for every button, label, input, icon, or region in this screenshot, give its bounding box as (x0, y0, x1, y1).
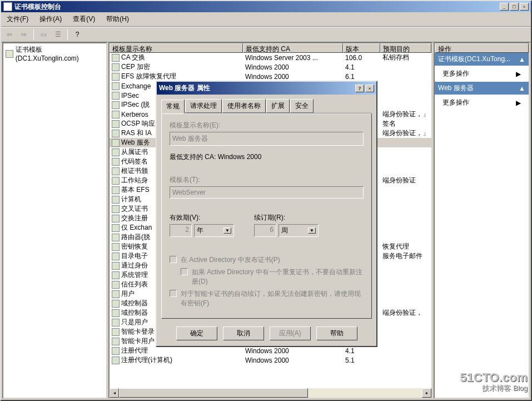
row-name: 交叉证书 (121, 204, 148, 214)
list-item[interactable]: CA 交换Windows Server 2003 ...106.0私钥存档 (110, 53, 431, 62)
horizontal-scrollbar[interactable]: ◂ ▸ (110, 388, 431, 398)
reenroll-checkbox (181, 268, 188, 275)
back-button[interactable]: ⇦ (3, 28, 16, 41)
properties-dialog: Web 服务器 属性 ? × 常规 请求处理 使用者名称 扩展 安全 模板显示名… (156, 81, 377, 347)
ok-button[interactable]: 确定 (176, 326, 217, 340)
template-icon (112, 338, 120, 345)
list-item[interactable]: 注册代理Windows 20004.1 (110, 346, 431, 355)
template-icon (112, 300, 120, 308)
col-version[interactable]: 版本 (343, 43, 380, 53)
validity-unit-combo: 年 ▼ (194, 224, 234, 237)
row-name: 系统管理 (121, 270, 148, 280)
dialog-buttons: 确定 取消 应用(A) 帮助 (157, 323, 376, 346)
template-icon (112, 215, 120, 222)
validity-label: 有效期(V): (170, 213, 234, 222)
actions-more-1[interactable]: 更多操作 ▶ (435, 66, 529, 82)
actions-section-label: 证书模板(DC1.XuTong... (438, 55, 510, 64)
watermark-top: 51CTO.com (460, 371, 528, 384)
row-name: 路由器(脱 (121, 232, 150, 242)
template-name-label: 模板名(T): (170, 175, 364, 185)
row-name: IPSec (121, 92, 139, 100)
dialog-tabs: 常规 请求处理 使用者名称 扩展 安全 (161, 99, 372, 113)
row-name: Exchange (121, 82, 151, 90)
row-ca: Windows 2000 (243, 63, 343, 71)
tab-extensions[interactable]: 扩展 (266, 99, 290, 113)
smartcard-label: 对于智能卡证书的自动续订，如果无法创建新密钥，请使用现有密钥(F) (181, 289, 364, 308)
list-item[interactable]: EFS 故障恢复代理Windows 20006.1 (110, 72, 431, 81)
col-display-name[interactable]: 模板显示名称 (110, 43, 243, 53)
template-icon (112, 111, 120, 118)
dialog-help-button[interactable]: ? (355, 85, 364, 92)
row-version: 4.1 (343, 63, 380, 71)
maximize-button[interactable]: □ (510, 3, 519, 11)
list-header: 模板显示名称 最低支持的 CA 版本 预期目的 (110, 43, 431, 53)
row-version: 5.1 (343, 357, 380, 364)
tab-subject[interactable]: 使用者名称 (222, 99, 266, 113)
list-item[interactable]: CEP 加密Windows 20004.1 (110, 62, 431, 72)
row-name: 基本 EFS (121, 185, 150, 195)
row-name: EFS 故障恢复代理 (121, 72, 176, 81)
template-icon (112, 347, 120, 355)
tab-security[interactable]: 安全 (290, 99, 314, 113)
minimize-button[interactable]: _ (500, 3, 509, 11)
template-icon (112, 92, 120, 100)
tab-general[interactable]: 常规 (161, 100, 185, 113)
close-button[interactable]: × (520, 3, 529, 11)
template-icon (112, 196, 120, 204)
chevron-down-icon: ▼ (308, 227, 316, 234)
actions-section-webserver[interactable]: Web 服务器 ▲ (435, 82, 529, 95)
menu-file[interactable]: 文件(F) (4, 13, 31, 25)
folder-button[interactable]: ▭ (37, 28, 49, 41)
folder-icon (6, 50, 13, 58)
row-name: 计算机 (121, 195, 141, 204)
window-titlebar: 证书模板控制台 _ □ × (1, 1, 531, 12)
scroll-left-icon[interactable]: ◂ (110, 388, 119, 398)
template-icon (112, 148, 120, 156)
renewal-spin: 6 (254, 224, 276, 237)
toolbar: ⇦ ⇨ ▭ ☰ ? (1, 27, 531, 42)
tab-request[interactable]: 请求处理 (185, 99, 222, 113)
help-button[interactable]: ? (71, 28, 83, 41)
min-ca-text: 最低支持的 CA: Windows 2000 (170, 152, 364, 162)
actions-section-templates[interactable]: 证书模板(DC1.XuTong... ▲ (435, 53, 529, 66)
col-min-ca[interactable]: 最低支持的 CA (243, 43, 343, 53)
collapse-icon: ▲ (519, 85, 525, 92)
cancel-button[interactable]: 取消 (223, 326, 264, 340)
validity-unit: 年 (197, 226, 203, 235)
template-icon (112, 158, 120, 166)
tree-pane[interactable]: 证书模板(DC1.XuTonglin.com) (2, 42, 107, 399)
menu-action[interactable]: 操作(A) (37, 13, 64, 25)
row-version: 4.1 (343, 347, 380, 355)
template-icon (112, 281, 120, 289)
expand-icon: ▶ (516, 99, 521, 107)
row-name: 交换注册 (121, 214, 148, 223)
template-icon (112, 101, 120, 109)
actions-more-2[interactable]: 更多操作 ▶ (435, 95, 529, 111)
template-icon (112, 130, 120, 137)
scroll-thumb[interactable] (119, 388, 308, 398)
row-purpose: 服务电子邮件 (380, 251, 431, 261)
row-name: Web 服务 (121, 138, 150, 147)
row-name: 注册代理(计算机) (121, 355, 172, 365)
actions-item-label: 更多操作 (442, 69, 469, 78)
renewal-unit-combo: 周 ▼ (279, 224, 319, 237)
template-icon (112, 205, 120, 213)
menu-help[interactable]: 帮助(H) (104, 13, 131, 25)
row-purpose: 签名 (380, 119, 431, 128)
list-button[interactable]: ☰ (52, 28, 64, 41)
col-purpose[interactable]: 预期目的 (380, 43, 431, 53)
dialog-close-button[interactable]: × (365, 85, 374, 92)
row-name: 只是用户 (121, 318, 148, 327)
list-item[interactable]: 注册代理(计算机)Windows 20005.1 (110, 355, 431, 365)
help-button[interactable]: 帮助 (316, 326, 357, 340)
template-icon (112, 63, 120, 71)
smartcard-checkbox-row: 对于智能卡证书的自动续订，如果无法创建新密钥，请使用现有密钥(F) (170, 289, 364, 308)
row-name: 目录电子 (121, 251, 148, 261)
watermark: 51CTO.com 技术博客 Blog (460, 371, 528, 392)
template-icon (112, 271, 120, 279)
template-icon (112, 82, 120, 90)
row-name: 仅 Exchan (121, 223, 152, 232)
menu-view[interactable]: 查看(V) (71, 13, 97, 25)
tree-root[interactable]: 证书模板(DC1.XuTonglin.com) (3, 43, 106, 64)
scroll-right-icon[interactable]: ▸ (422, 388, 431, 398)
